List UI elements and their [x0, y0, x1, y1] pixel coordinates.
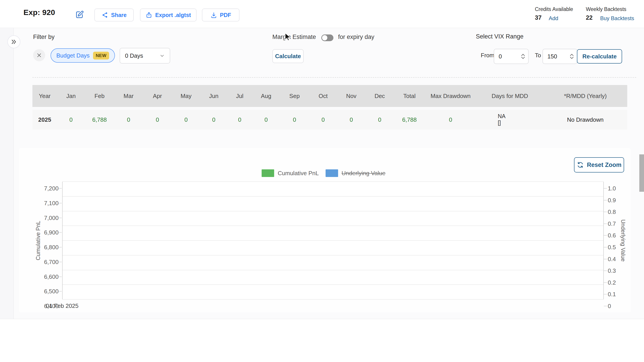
- double-chevron-right-icon: [11, 39, 17, 45]
- table-cell: 0: [337, 110, 366, 130]
- vix-from-input-wrap: [494, 49, 528, 64]
- table-header-cell: Max Drawdown: [425, 85, 476, 107]
- budget-days-chip[interactable]: Budget Days NEW: [50, 48, 115, 63]
- axis-tickmark: [604, 235, 607, 236]
- axis-tickmark: [604, 223, 607, 224]
- vix-from-input[interactable]: [499, 53, 516, 60]
- axis-tickmark: [604, 294, 607, 294]
- left-axis-tick-label: 7,200: [27, 185, 58, 192]
- legend-item[interactable]: Cumulative PnL: [262, 169, 319, 177]
- gridline: [62, 196, 603, 197]
- reset-zoom-button[interactable]: Reset Zoom: [574, 157, 624, 173]
- weekly-backtests-label: Weekly Backtests: [586, 6, 626, 12]
- footer-bar: Agent 920 Include weekly expiries from p…: [0, 319, 644, 362]
- table-cell: 0: [57, 110, 85, 130]
- filter-by-label: Filter by: [33, 34, 54, 41]
- weekly-backtests-value: 22: [586, 14, 592, 21]
- right-axis-tick-label: 0.7: [608, 220, 616, 227]
- table-cell: 0: [114, 110, 143, 130]
- refresh-icon: [577, 161, 584, 168]
- left-axis-tick-label: 6,900: [27, 229, 58, 236]
- stepper-down-icon: [570, 57, 574, 59]
- gridline: [62, 181, 603, 182]
- axis-tickmark: [604, 212, 607, 212]
- calculate-button[interactable]: Calculate: [272, 49, 304, 63]
- vix-to-input[interactable]: [548, 53, 565, 60]
- legend-item[interactable]: Underlying Value: [326, 169, 386, 177]
- new-badge: NEW: [93, 52, 109, 60]
- left-axis-tick-label: 6,800: [27, 244, 58, 251]
- remove-filter-button[interactable]: [33, 49, 45, 61]
- axis-tickmark: [604, 188, 607, 189]
- right-axis-tick-label: 0.2: [608, 279, 616, 286]
- edit-title-button[interactable]: [74, 10, 85, 20]
- margin-estimate-toggle[interactable]: [321, 35, 334, 41]
- left-axis-title: Cumulative PnL: [35, 221, 41, 260]
- gridline: [62, 299, 603, 299]
- for-expiry-day-label: for expiry day: [338, 34, 374, 41]
- table-header-cell: Mar: [114, 85, 143, 107]
- table-header-cell: Oct: [309, 85, 337, 107]
- left-axis-tick-label: 7,000: [27, 214, 58, 221]
- yearly-table: YearJanFebMarAprMayJunJulAugSepOctNovDec…: [32, 85, 627, 130]
- margin-estimate-label: Margin Estimate: [272, 34, 316, 41]
- dashed-separator: [32, 77, 636, 78]
- vix-from-label: From: [481, 52, 494, 59]
- table-cell: 0: [172, 110, 200, 130]
- toggle-knob: [322, 35, 327, 41]
- gridline: [62, 270, 603, 270]
- credits-available-label: Credits Available: [535, 6, 573, 12]
- right-axis-tick-label: 1.0: [608, 185, 616, 192]
- table-header-cell: Jan: [57, 85, 85, 107]
- right-axis-tick-label: 0.9: [608, 197, 616, 204]
- number-stepper[interactable]: [570, 54, 574, 59]
- axis-tickmark: [604, 200, 607, 200]
- axis-tickmark: [58, 262, 62, 262]
- table-header-cell: Jun: [200, 85, 227, 107]
- axis-tickmark: [58, 247, 62, 247]
- chart-legend: Cumulative PnLUnderlying Value: [262, 169, 386, 177]
- number-stepper[interactable]: [521, 54, 525, 59]
- x-axis-first-label: 01 Feb 2025: [46, 302, 78, 309]
- scrollbar-thumb[interactable]: [639, 154, 644, 192]
- sidebar-expand-button[interactable]: [8, 35, 20, 48]
- page-title: Exp: 920: [24, 8, 55, 17]
- table-header-cell: May: [172, 85, 200, 107]
- gridline: [62, 211, 603, 211]
- table-cell: 0: [143, 110, 172, 130]
- left-axis-tick-label: 7,100: [27, 200, 58, 206]
- gridline: [62, 225, 603, 226]
- add-credits-link[interactable]: Add: [549, 15, 558, 22]
- axis-tickmark: [604, 259, 607, 259]
- close-icon: [36, 53, 42, 58]
- table-cell: 0: [309, 110, 337, 130]
- pdf-download-button[interactable]: PDF: [202, 9, 240, 22]
- axis-tickmark: [604, 270, 607, 271]
- table-cell: 0: [252, 110, 280, 130]
- days-select[interactable]: 0 Days: [120, 48, 170, 64]
- download-icon: [210, 12, 217, 18]
- table-header-cell: Feb: [85, 85, 114, 107]
- recalculate-button[interactable]: Re-calculate: [577, 49, 622, 64]
- right-axis-tick-label: 0: [608, 303, 611, 310]
- export-algtst-button[interactable]: Export .algtst: [140, 9, 196, 22]
- chart-plot-area[interactable]: [62, 182, 604, 299]
- right-axis-tick-label: 0.1: [608, 291, 616, 298]
- right-axis-tick-label: 0.6: [608, 232, 616, 239]
- export-icon: [146, 12, 152, 18]
- table-cell: 0: [227, 110, 252, 130]
- axis-tickmark: [58, 276, 62, 277]
- share-button[interactable]: Share: [94, 9, 134, 22]
- buy-backtests-link[interactable]: Buy Backtests: [600, 15, 634, 22]
- left-axis-tick-label: 6,500: [27, 288, 58, 295]
- vix-range-label: Select VIX Range: [476, 33, 524, 40]
- stepper-down-icon: [521, 57, 525, 59]
- legend-label: Cumulative PnL: [278, 170, 319, 177]
- table-header-cell: Days for MDD: [476, 85, 544, 107]
- axis-tickmark: [604, 282, 607, 283]
- stepper-up-icon: [521, 54, 525, 56]
- table-header-cell: Nov: [337, 85, 366, 107]
- header: Exp: 920 Share Export .algtst PDF Credit…: [0, 0, 644, 28]
- right-axis-tick-label: 0.3: [608, 267, 616, 274]
- right-axis-tick-label: 0.8: [608, 209, 616, 215]
